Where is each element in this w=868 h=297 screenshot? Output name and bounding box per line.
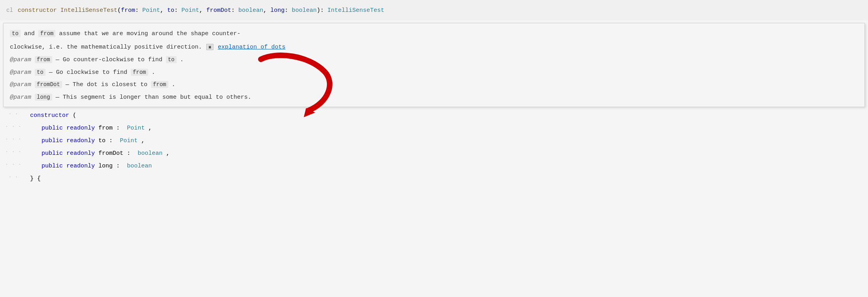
- type-point-to: Point: [120, 137, 138, 144]
- signature-bar: cl constructor IntelliSenseTest ( from :…: [0, 0, 868, 21]
- gutter-close: · ·: [0, 173, 27, 185]
- kw-readonly-to: readonly: [66, 137, 95, 144]
- code-line-to: · · · public readonly to : Point ,: [0, 135, 868, 147]
- popup-param-to: @param to — Go clockwise to find from .: [4, 66, 864, 79]
- sig-method-name: IntelliSenseTest: [60, 7, 117, 14]
- param-to-from-inline: from: [131, 69, 148, 76]
- code-block: · · constructor ( · · · public readonly …: [0, 109, 868, 185]
- param-keyword-to: @param: [10, 69, 31, 76]
- popup-param-long: @param long — This segment is longer tha…: [4, 91, 864, 104]
- cl-prefix: cl: [6, 7, 13, 13]
- code-line-constructor: · · constructor (: [0, 109, 868, 122]
- paren-open-code: (: [73, 112, 76, 119]
- param-fromDot-from-inline: from: [151, 81, 168, 88]
- sig-colon4: :: [285, 7, 292, 14]
- sig-paren-open: (: [117, 7, 121, 14]
- kw-readonly-long: readonly: [66, 163, 95, 169]
- popup-param-fromDot: @param fromDot — The dot is closest to f…: [4, 79, 864, 91]
- editor-container: cl constructor IntelliSenseTest ( from :…: [0, 0, 868, 297]
- sig-return-type: IntelliSenseTest: [327, 7, 384, 14]
- param-from-to-inline: to: [166, 56, 177, 63]
- content-from: public readonly from : Point ,: [27, 122, 868, 135]
- code-line-from: · · · public readonly from : Point ,: [0, 122, 868, 135]
- content-to: public readonly to : Point ,: [27, 135, 868, 147]
- sig-constructor-keyword: constructor: [18, 7, 57, 14]
- gutter-from: · · ·: [0, 122, 27, 135]
- content-fromDot: public readonly fromDot : boolean ,: [27, 147, 868, 160]
- sig-colon3: :: [231, 7, 238, 14]
- sig-colon2: :: [174, 7, 181, 14]
- dots-icon: ▣: [206, 44, 213, 50]
- sig-comma3: ,: [263, 7, 270, 14]
- closing-brace: } {: [30, 175, 41, 182]
- param-name-fromDot: fromDot: [35, 81, 62, 88]
- sig-comma1: ,: [160, 7, 167, 14]
- sig-param3-type: boolean: [238, 7, 263, 14]
- param-keyword-long: @param: [10, 94, 31, 101]
- intellisense-popup: to and from assume that we are moving ar…: [3, 23, 865, 107]
- sig-param3-name: fromDot: [206, 7, 231, 14]
- kw-readonly-fromDot: readonly: [66, 150, 95, 157]
- explanation-link: explanation of dots: [218, 44, 285, 51]
- code-line-close: · · } {: [0, 173, 868, 185]
- sig-param1-type: Point: [142, 7, 160, 14]
- type-boolean-fromDot: boolean: [138, 150, 162, 157]
- sig-comma2: ,: [199, 7, 206, 14]
- param-keyword-from: @param: [10, 56, 31, 63]
- param-name-from: from: [35, 56, 52, 63]
- popup-description-line1: to and from assume that we are moving ar…: [4, 26, 864, 41]
- sig-param4-type: boolean: [292, 7, 317, 14]
- type-boolean-long: boolean: [127, 163, 152, 169]
- from-inline-desc: from: [38, 30, 56, 37]
- gutter-constructor: · ·: [0, 109, 27, 122]
- type-point-from: Point: [127, 125, 145, 132]
- sig-param2-name: to: [167, 7, 174, 14]
- content-long: public readonly long : boolean: [27, 160, 868, 173]
- kw-public-from: public: [42, 125, 63, 132]
- content-constructor: constructor (: [27, 109, 868, 122]
- code-line-fromDot: · · · public readonly fromDot : boolean …: [0, 147, 868, 160]
- param-name-to: to: [35, 69, 45, 76]
- kw-readonly-from: readonly: [66, 125, 95, 132]
- code-line-long: · · · public readonly long : boolean: [0, 160, 868, 173]
- gutter-to: · · ·: [0, 135, 27, 147]
- sig-param2-type: Point: [181, 7, 199, 14]
- sig-space1: [57, 7, 60, 14]
- popup-description-line2: clockwise, i.e. the mathematically posit…: [4, 41, 864, 54]
- content-close: } {: [27, 173, 868, 185]
- kw-public-fromDot: public: [42, 150, 63, 157]
- sig-param1-name: from: [121, 7, 135, 14]
- sig-colon1: :: [135, 7, 142, 14]
- sig-paren-close: ):: [317, 7, 327, 14]
- kw-public-long: public: [42, 163, 63, 169]
- to-inline-desc: to: [10, 30, 21, 37]
- sig-param4-name: long: [270, 7, 285, 14]
- popup-param-from: @param from — Go counter-clockwise to fi…: [4, 54, 864, 66]
- gutter-fromDot: · · ·: [0, 147, 27, 160]
- gutter-long: · · ·: [0, 160, 27, 173]
- param-keyword-fromDot: @param: [10, 81, 31, 88]
- param-name-long: long: [35, 94, 52, 101]
- kw-public-to: public: [42, 137, 63, 144]
- kw-constructor: constructor: [30, 112, 69, 119]
